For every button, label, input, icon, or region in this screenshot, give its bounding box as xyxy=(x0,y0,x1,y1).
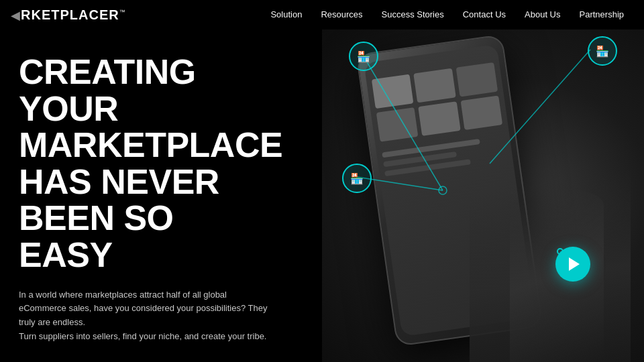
left-panel: CREATINGYOURMARKETPLACEHAS NEVERBEEN SOE… xyxy=(0,29,322,362)
nav-about-us[interactable]: About Us xyxy=(515,0,570,29)
nav-partnership[interactable]: Partnership xyxy=(570,0,633,29)
hand-silhouette-2 xyxy=(510,188,604,362)
hero-subtitle: In a world where marketplaces attract ha… xyxy=(19,288,274,344)
play-icon xyxy=(569,257,580,271)
right-panel: 🏪 🏪 🏪 xyxy=(322,29,644,362)
store-icon-top-left: 🏪 xyxy=(357,50,370,63)
store-circle-top-right: 🏪 xyxy=(588,36,617,66)
nav-success-stories[interactable]: Success Stories xyxy=(372,0,453,29)
navbar: ◀RKETPLACER™ Solution Resources Success … xyxy=(0,0,644,29)
main-content: CREATINGYOURMARKETPLACEHAS NEVERBEEN SOE… xyxy=(0,29,644,362)
nav-links: Solution Resources Success Stories Conta… xyxy=(261,0,633,29)
hero-title: CREATINGYOURMARKETPLACEHAS NEVERBEEN SOE… xyxy=(19,54,301,274)
store-circle-top-left: 🏪 xyxy=(349,42,378,71)
store-icon-middle: 🏪 xyxy=(350,172,364,185)
play-button[interactable] xyxy=(555,247,590,282)
nav-solution[interactable]: Solution xyxy=(261,0,311,29)
logo[interactable]: ◀RKETPLACER™ xyxy=(11,7,126,23)
nav-resources[interactable]: Resources xyxy=(311,0,372,29)
store-circle-middle: 🏪 xyxy=(342,164,372,193)
nav-contact-us[interactable]: Contact Us xyxy=(453,0,515,29)
store-icon-top-right: 🏪 xyxy=(596,45,609,58)
